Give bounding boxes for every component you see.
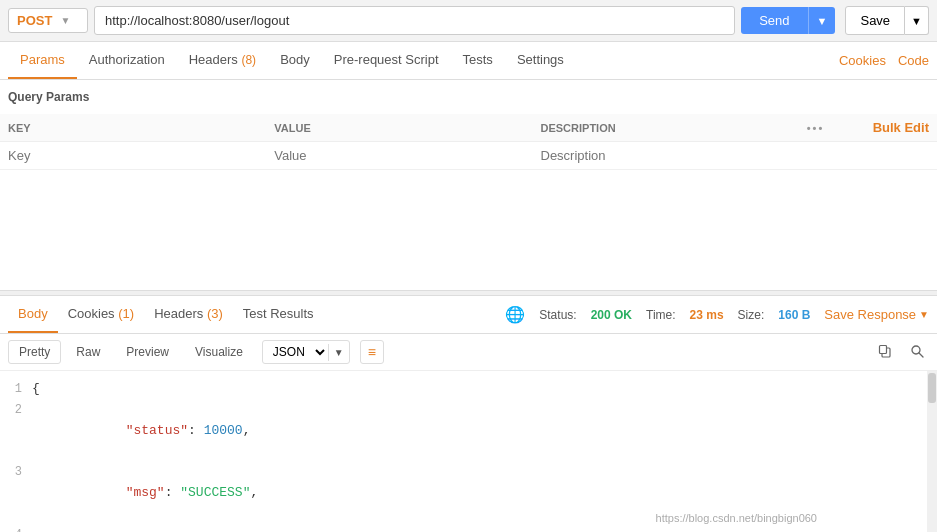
line-num-2: 2 [0, 400, 32, 462]
resp-tab-body-label: Body [18, 306, 48, 321]
query-params-section: Query Params [0, 80, 937, 114]
code-link[interactable]: Code [898, 53, 929, 68]
value-input[interactable] [274, 148, 524, 163]
save-button[interactable]: Save [845, 6, 905, 35]
search-icon [910, 344, 924, 358]
tab-prerequest-label: Pre-request Script [334, 52, 439, 67]
key-input[interactable] [8, 148, 258, 163]
resp-tab-headers[interactable]: Headers (3) [144, 296, 233, 333]
search-button[interactable] [905, 341, 929, 364]
tab-headers[interactable]: Headers (8) [177, 42, 268, 79]
tab-settings-label: Settings [517, 52, 564, 67]
send-button-group: Send ▼ [741, 7, 835, 34]
method-selector[interactable]: POST ▼ [8, 8, 88, 33]
response-body-container: 1 { 2 "status": 10000, 3 "msg": "SUCCESS… [0, 371, 937, 532]
format-select[interactable]: JSON XML HTML Text [263, 341, 328, 363]
format-select-arrow[interactable]: ▼ [328, 344, 349, 361]
fmt-tab-visualize[interactable]: Visualize [184, 340, 254, 364]
svg-rect-1 [880, 345, 887, 353]
response-status: 🌐 Status: 200 OK Time: 23 ms Size: 160 B… [505, 305, 929, 324]
status-value: 200 OK [591, 308, 632, 322]
response-tabs-bar: Body Cookies (1) Headers (3) Test Result… [0, 296, 937, 334]
more-options-icon[interactable]: ••• [807, 122, 825, 134]
line-num-4: 4 [0, 525, 32, 532]
code-line-3: 3 "msg": "SUCCESS", [0, 462, 937, 524]
comma-3: , [250, 485, 258, 500]
url-input[interactable] [94, 6, 735, 35]
tab-params[interactable]: Params [8, 42, 77, 79]
format-select-group: JSON XML HTML Text ▼ [262, 340, 350, 364]
save-response-label: Save Response [824, 307, 916, 322]
scrollbar-track[interactable] [927, 371, 937, 532]
desc-input[interactable] [541, 148, 791, 163]
req-tab-right: Cookies Code [839, 53, 929, 68]
line-content-4: "data": null [32, 525, 937, 532]
wrap-icon: ≡ [368, 344, 376, 360]
globe-icon[interactable]: 🌐 [505, 305, 525, 324]
tab-body[interactable]: Body [268, 42, 322, 79]
key-msg: "msg" [94, 485, 164, 500]
tab-params-label: Params [20, 52, 65, 67]
copy-icon [878, 344, 892, 358]
line-num-1: 1 [0, 379, 32, 400]
size-value: 160 B [778, 308, 810, 322]
top-bar: POST ▼ Send ▼ Save ▼ [0, 0, 937, 42]
tab-headers-label: Headers [189, 52, 238, 67]
fmt-tab-raw[interactable]: Raw [65, 340, 111, 364]
resp-tab-headers-label: Headers [154, 306, 203, 321]
send-button[interactable]: Send [741, 7, 807, 34]
code-line-1: 1 { [0, 379, 937, 400]
resp-cookies-badge: (1) [118, 306, 134, 321]
code-line-4: 4 "data": null [0, 525, 937, 532]
col-bulk-header[interactable]: Bulk Edit [832, 114, 937, 142]
save-button-group: Save ▼ [845, 6, 929, 35]
save-response-button[interactable]: Save Response ▼ [824, 307, 929, 322]
query-params-title: Query Params [8, 90, 929, 104]
tab-prerequest[interactable]: Pre-request Script [322, 42, 451, 79]
fmt-tab-pretty[interactable]: Pretty [8, 340, 61, 364]
format-bar: Pretty Raw Preview Visualize JSON XML HT… [0, 334, 937, 371]
line-content-3: "msg": "SUCCESS", [32, 462, 937, 524]
fmt-tab-preview[interactable]: Preview [115, 340, 180, 364]
response-body: 1 { 2 "status": 10000, 3 "msg": "SUCCESS… [0, 371, 937, 532]
col-dots-header: ••• [799, 114, 833, 142]
col-desc-header: DESCRIPTION [533, 114, 799, 142]
method-label: POST [17, 13, 52, 28]
colon-2: : [188, 423, 204, 438]
copy-button[interactable] [873, 341, 897, 364]
size-label: Size: [738, 308, 765, 322]
resp-tab-testresults[interactable]: Test Results [233, 296, 324, 333]
time-value: 23 ms [690, 308, 724, 322]
cookies-link[interactable]: Cookies [839, 53, 886, 68]
request-tabs: Params Authorization Headers (8) Body Pr… [0, 42, 937, 80]
line-content-2: "status": 10000, [32, 400, 937, 462]
tab-authorization[interactable]: Authorization [77, 42, 177, 79]
code-line-2: 2 "status": 10000, [0, 400, 937, 462]
col-key-header: KEY [0, 114, 266, 142]
val-status: 10000 [204, 423, 243, 438]
resp-tab-testresults-label: Test Results [243, 306, 314, 321]
tab-settings[interactable]: Settings [505, 42, 576, 79]
svg-line-3 [919, 353, 923, 357]
resp-tab-body[interactable]: Body [8, 296, 58, 333]
comma-2: , [243, 423, 251, 438]
key-status: "status" [94, 423, 188, 438]
resp-headers-badge: (3) [207, 306, 223, 321]
line-content-1: { [32, 379, 937, 400]
tab-tests[interactable]: Tests [451, 42, 505, 79]
save-arrow-button[interactable]: ▼ [905, 6, 929, 35]
format-bar-right [873, 341, 929, 364]
send-arrow-button[interactable]: ▼ [808, 7, 836, 34]
wrap-button[interactable]: ≡ [360, 340, 384, 364]
tab-authorization-label: Authorization [89, 52, 165, 67]
resp-tab-cookies[interactable]: Cookies (1) [58, 296, 144, 333]
tab-body-label: Body [280, 52, 310, 67]
tab-tests-label: Tests [463, 52, 493, 67]
line-num-3: 3 [0, 462, 32, 524]
method-chevron: ▼ [60, 15, 70, 26]
resp-tab-cookies-label: Cookies [68, 306, 115, 321]
scrollbar-thumb[interactable] [928, 373, 936, 403]
val-msg: "SUCCESS" [180, 485, 250, 500]
headers-badge: (8) [241, 53, 256, 67]
col-value-header: VALUE [266, 114, 532, 142]
